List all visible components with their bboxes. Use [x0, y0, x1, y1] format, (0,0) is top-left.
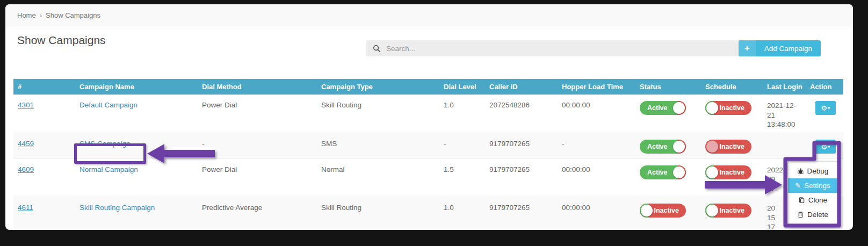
campaign-id-link[interactable]: 4611	[18, 204, 33, 212]
toggle-knob	[673, 102, 685, 114]
table-row: 4611 Skill Routing Campaign Predictive A…	[13, 197, 843, 230]
status-toggle[interactable]: Active	[640, 165, 686, 179]
campaign-name-link[interactable]: Normal Campaign	[79, 165, 138, 173]
dial-method-cell: Power Dial	[198, 158, 317, 197]
schedule-toggle[interactable]: Inactive	[705, 140, 751, 154]
status-toggle[interactable]: Active	[640, 140, 686, 154]
toggle-label: Inactive	[719, 169, 744, 176]
toggle-label: Active	[647, 143, 668, 150]
col-header-dial-level: Dial Level	[439, 79, 485, 95]
toggle-label: Inactive	[719, 143, 744, 150]
caret-down-icon: ▾	[828, 105, 830, 111]
toggle-knob	[706, 141, 718, 153]
dial-level-cell: 1.0	[439, 197, 485, 230]
menu-item-label: Clone	[808, 196, 827, 204]
col-header-campaign-type: Campaign Type	[317, 79, 439, 95]
bug-icon	[797, 168, 804, 175]
hopper-load-time-cell: 00:00:00	[558, 158, 635, 197]
col-header-dial-method: Dial Method	[198, 79, 317, 95]
col-header-last-login: Last Login	[763, 79, 806, 95]
hopper-load-time-cell: 00:00:00	[558, 95, 635, 133]
col-header-status: Status	[635, 79, 701, 95]
menu-item-delete[interactable]: Delete	[788, 207, 837, 222]
caller-id-cell: 2072548286	[485, 95, 558, 133]
trash-icon	[797, 211, 804, 218]
menu-item-clone[interactable]: Clone	[788, 193, 837, 207]
search-input[interactable]	[385, 40, 749, 57]
plus-icon: +	[739, 40, 756, 56]
dial-method-cell: Predictive Average	[198, 197, 317, 230]
toggle-label: Inactive	[654, 207, 679, 214]
menu-item-label: Debug	[807, 167, 829, 175]
toggle-knob	[673, 167, 685, 178]
toggle-label: Inactive	[719, 207, 744, 214]
campaign-id-link[interactable]: 4301	[18, 101, 34, 109]
dial-level-cell: 1.5	[439, 158, 485, 197]
toggle-knob	[673, 141, 685, 153]
toggle-knob	[706, 102, 718, 114]
caller-id-cell: 9179707265	[485, 133, 558, 158]
campaign-name-link[interactable]: SMS Campaign	[79, 140, 131, 148]
col-header-caller-id: Caller ID	[485, 79, 558, 95]
chevron-right-icon: ›	[40, 11, 42, 19]
campaign-name-link[interactable]: Skill Routing Campaign	[79, 204, 155, 212]
hopper-load-time-cell: -	[558, 133, 635, 158]
status-toggle[interactable]: Active	[640, 101, 686, 115]
col-header-schedule: Schedule	[701, 79, 763, 95]
action-gear-button[interactable]: ⚙▾	[815, 101, 836, 115]
toggle-knob	[706, 205, 718, 216]
dial-method-cell: -	[198, 133, 317, 158]
table-row: 4609 Normal Campaign Power Dial Normal 1…	[13, 158, 843, 197]
col-header-action: Action	[806, 79, 843, 95]
table-header-row: # Campaign Name Dial Method Campaign Typ…	[13, 79, 843, 95]
toggle-knob	[641, 205, 653, 216]
schedule-toggle[interactable]: Inactive	[705, 165, 751, 179]
dial-method-cell: Power Dial	[198, 95, 317, 133]
app-window: Home › Show Campaigns Show Campaigns + A…	[5, 4, 853, 230]
toggle-label: Inactive	[719, 104, 744, 112]
gear-icon: ⚙	[821, 143, 827, 151]
add-campaign-label: Add Campaign	[756, 40, 821, 56]
toggle-label: Active	[647, 169, 668, 176]
toggle-knob	[706, 167, 718, 178]
search-icon	[373, 45, 381, 53]
schedule-toggle[interactable]: Inactive	[705, 204, 751, 218]
last-login-cell	[763, 133, 806, 158]
action-dropdown-menu: Debug ✎ Settings Clone	[787, 161, 838, 225]
menu-item-settings[interactable]: ✎ Settings	[788, 178, 837, 193]
col-header-hopper-load-time: Hopper Load Time	[558, 79, 635, 95]
dial-level-cell: 1.0	[439, 95, 485, 133]
campaign-id-link[interactable]: 4459	[18, 140, 34, 148]
schedule-toggle[interactable]: Inactive	[705, 101, 751, 115]
gear-icon: ⚙	[821, 104, 827, 112]
toggle-label: Active	[647, 104, 668, 112]
breadcrumb-current: Show Campaigns	[46, 11, 100, 19]
status-toggle[interactable]: Inactive	[640, 204, 686, 218]
last-login-cell: 2021-12- 21 13:48:00	[763, 95, 806, 133]
col-header-id: #	[13, 79, 75, 95]
col-header-campaign-name: Campaign Name	[75, 79, 198, 95]
campaign-type-cell: Normal	[317, 158, 439, 197]
menu-item-debug[interactable]: Debug	[788, 164, 837, 178]
breadcrumb: Home › Show Campaigns	[5, 4, 853, 26]
campaign-name-link[interactable]: Default Campaign	[79, 101, 138, 109]
campaign-type-cell: SMS	[317, 133, 439, 158]
campaign-type-cell: Skill Routing	[317, 95, 439, 133]
add-campaign-button[interactable]: + Add Campaign	[739, 40, 821, 56]
dial-level-cell: -	[439, 133, 485, 158]
search-box	[366, 40, 749, 56]
table-row: 4459 SMS Campaign - SMS - 9179707265 - A…	[13, 133, 843, 158]
caller-id-cell: 9179707265	[485, 197, 558, 230]
table-row: 4301 Default Campaign Power Dial Skill R…	[13, 95, 843, 133]
breadcrumb-home-link[interactable]: Home	[17, 11, 36, 19]
campaigns-table: # Campaign Name Dial Method Campaign Typ…	[13, 79, 843, 230]
campaign-type-cell: Skill Routing	[317, 197, 439, 230]
menu-item-label: Settings	[804, 182, 830, 190]
hopper-load-time-cell: 00:00:00	[558, 197, 635, 230]
clone-icon	[798, 197, 805, 204]
action-gear-button[interactable]: ⚙▾	[815, 140, 836, 154]
menu-item-label: Delete	[807, 211, 828, 219]
toolbar: Show Campaigns + Add Campaign	[5, 34, 853, 79]
caller-id-cell: 9179707265	[485, 158, 558, 197]
campaign-id-link[interactable]: 4609	[18, 165, 34, 173]
